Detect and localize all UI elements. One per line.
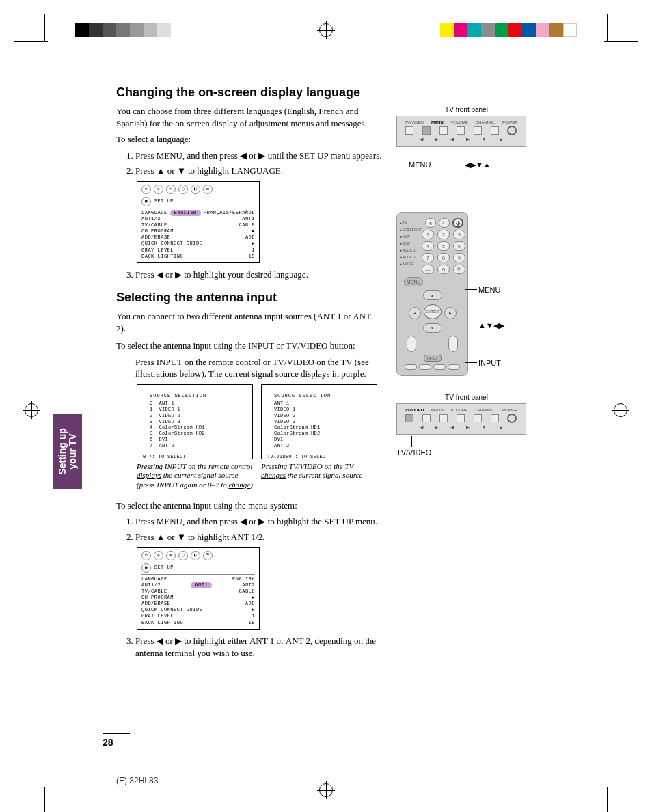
remote-button-icon	[419, 364, 431, 370]
tv-front-panel-figure: TV/VIDEOMENUVOLUMECHANNELPOWER ◀▶◀▶▼▲	[396, 403, 526, 435]
tv-button-icon	[439, 126, 448, 135]
registration-mark-icon	[614, 403, 627, 417]
osd-title-text: SET UP	[154, 198, 174, 204]
list-item: 3: VIDEO 3	[150, 419, 247, 425]
list-item: 6: DVI	[150, 437, 247, 443]
tv-arrow-row: ◀▶◀▶▼▲	[401, 137, 521, 142]
osd-setup-figure: ▭ ◎ ✶ ▢ ◧ ☰ ▦ SET UP LANGUAGEENGLISHANT1…	[137, 547, 260, 630]
list-item: 7: ANT 2	[150, 443, 247, 449]
osd-title-text: SET UP	[154, 565, 174, 570]
page-number: 28	[103, 733, 130, 748]
tv-panel-label: TV/VIDEO	[405, 408, 424, 412]
list-item: 0: ANT 1	[150, 401, 247, 407]
swatch	[563, 23, 577, 37]
callout-arrows: ◀▶▼▲	[465, 161, 491, 170]
list-item: ANT 2	[274, 443, 371, 449]
tv-arrow-row: ◀▶◀▶▼▲	[401, 424, 521, 430]
tv-panel-label: POWER	[502, 120, 518, 124]
swatch	[130, 23, 144, 37]
remote-number-icon: 0	[437, 265, 450, 274]
power-button-icon	[507, 126, 517, 135]
remote-button-icon: ☾	[439, 218, 450, 228]
swatch	[157, 23, 171, 37]
remote-control-figure: ● TV● CABLE/SAT● VCR● DVD● AUDIO1● AUDIO…	[396, 212, 468, 376]
tv-panel-label: MENU	[431, 408, 444, 412]
remote-number-icon: 9	[453, 253, 465, 262]
osd-row: TV/CABLECABLE	[141, 222, 255, 228]
paragraph: To select the antenna input using the IN…	[116, 340, 383, 352]
osd-row: QUICK CONNECT GUIDE▶	[141, 607, 255, 613]
remote-ch-rocker-icon	[407, 336, 416, 352]
crop-mark	[14, 791, 48, 791]
list-item: VIDEO 3	[274, 419, 371, 425]
list-item: VIDEO 2	[274, 413, 371, 419]
swatch	[549, 23, 563, 37]
osd-tab-icon: ▭	[141, 551, 151, 560]
remote-mode-label: ● AUDIO2	[400, 254, 422, 260]
remote-menu-button: MENU	[404, 277, 423, 286]
swatch	[440, 23, 454, 37]
osd-tab-icon: ☰	[203, 551, 213, 560]
leader-line	[465, 325, 477, 325]
tv-panel-label: MENU	[431, 120, 444, 124]
figure-caption: Pressing TV/VIDEO on the TV changes the …	[261, 462, 377, 490]
leader-line	[465, 289, 477, 290]
tv-button-icon	[457, 126, 465, 135]
step-item: Press MENU, and then press ◀ or ▶ until …	[135, 150, 383, 162]
tv-button-icon	[474, 414, 482, 422]
list-item: VIDEO 1	[274, 407, 371, 413]
source-selection-figure: SOURCE SELECTION 0: ANT 11: VIDEO 12: VI…	[137, 384, 253, 459]
tv-panel-label: CHANNEL	[476, 408, 495, 412]
tv-front-panel-figure: TV/VIDEOMENUVOLUMECHANNELPOWER ◀▶◀▶▼▲	[396, 116, 526, 147]
crop-mark	[44, 787, 45, 812]
figure-label: TV front panel	[396, 394, 536, 401]
remote-number-icon: 8	[437, 253, 450, 262]
list-item: ANT 1	[274, 401, 371, 407]
paragraph: To select the antenna input using the me…	[116, 500, 383, 512]
swatch	[481, 23, 495, 37]
figure-footer: 0-7: TO SELECT	[143, 454, 247, 460]
dpad-up-icon: ▲	[423, 290, 442, 300]
osd-row: LANGUAGEENGLISH	[141, 576, 255, 582]
remote-button-icon	[448, 364, 460, 370]
paragraph: To select a language:	[116, 133, 383, 146]
osd-row: CH PROGRAM▶	[141, 595, 255, 601]
figure-caption: Pressing INPUT on the remote control dis…	[137, 462, 253, 490]
osd-row: ADD/ERASEADD	[141, 234, 255, 241]
osd-row: BACK LIGHTING15	[141, 620, 255, 626]
power-button-icon	[507, 414, 517, 423]
remote-button-icon: ⎋	[425, 218, 436, 228]
tv-button-icon	[439, 414, 448, 422]
osd-row: TV/CABLECABLE	[141, 588, 255, 595]
swatch	[171, 23, 185, 37]
tv-button-icon	[491, 414, 499, 422]
list-item: ColorStream HD2	[274, 431, 371, 437]
tv-panel-label: TV/VIDEO	[405, 120, 424, 124]
swatch	[103, 23, 116, 37]
heading-language: Changing the on-screen display language	[116, 85, 383, 100]
osd-tab-icon: ✶	[166, 551, 176, 560]
dpad-down-icon: ▼	[423, 323, 442, 333]
source-selection-figure: SOURCE SELECTION ANT 1VIDEO 1VIDEO 2VIDE…	[261, 384, 377, 459]
osd-row: ADD/ERASEADD	[141, 601, 255, 607]
figure-title: SOURCE SELECTION	[150, 393, 247, 399]
swatch	[522, 23, 536, 37]
osd-row: LANGUAGEENGLISHFRANÇAIS/ESPAÑOL	[141, 210, 255, 216]
osd-tab-icon: ◧	[191, 185, 200, 194]
remote-mode-label: ● DVD	[400, 240, 422, 247]
remote-mode-label: ● VCR	[400, 233, 422, 240]
remote-button-icon	[405, 364, 417, 370]
registration-mark-icon	[25, 403, 38, 417]
remote-mode-label: ● TV	[400, 219, 422, 226]
figure-title: SOURCE SELECTION	[274, 393, 371, 399]
tv-button-icon	[405, 414, 413, 422]
swatch	[116, 23, 130, 37]
color-colorbar	[440, 23, 577, 37]
figure-footer: TV/VIDEO : TO SELECT	[267, 454, 371, 460]
remote-button-icon: —	[422, 265, 434, 274]
swatch	[467, 23, 481, 37]
figure-label: TV front panel	[396, 106, 536, 113]
leader-line	[411, 436, 412, 447]
paragraph: Press INPUT on the remote control or TV/…	[135, 356, 383, 380]
callout-tvvideo: TV/VIDEO	[396, 448, 431, 457]
